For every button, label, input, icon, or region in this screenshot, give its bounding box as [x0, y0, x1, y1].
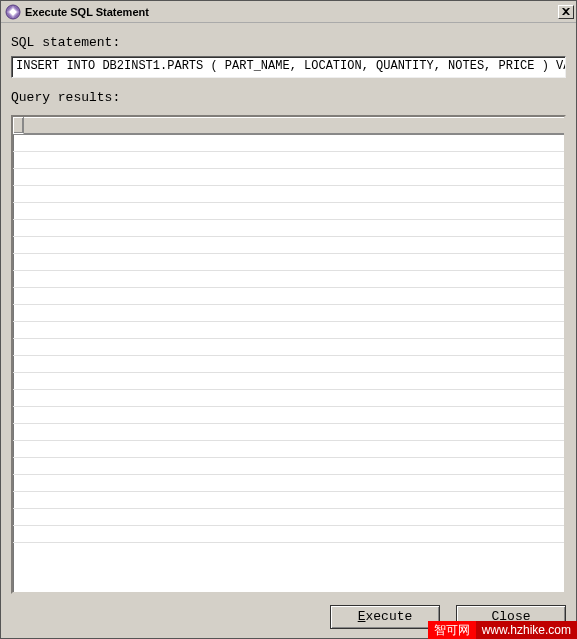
table-row — [13, 288, 564, 305]
table-row — [13, 271, 564, 288]
table-row — [13, 458, 564, 475]
execute-button-rest: xecute — [366, 609, 413, 624]
table-row — [13, 441, 564, 458]
table-row — [13, 407, 564, 424]
watermark-right: www.hzhike.com — [476, 621, 577, 639]
watermark-left: 智可网 — [428, 621, 476, 639]
table-row — [13, 203, 564, 220]
table-row — [13, 339, 564, 356]
table-row — [13, 237, 564, 254]
table-row — [13, 322, 564, 339]
grid-body — [13, 135, 564, 592]
table-row — [13, 254, 564, 271]
close-icon — [562, 8, 570, 15]
sql-statement-input[interactable]: INSERT INTO DB2INST1.PARTS ( PART_NAME, … — [11, 56, 566, 78]
query-results-grid[interactable] — [11, 115, 566, 594]
table-row — [13, 373, 564, 390]
table-row — [13, 220, 564, 237]
table-row — [13, 356, 564, 373]
watermark: 智可网 www.hzhike.com — [428, 621, 577, 639]
window-close-button[interactable] — [558, 5, 574, 19]
table-row — [13, 492, 564, 509]
table-row — [13, 135, 564, 152]
table-row — [13, 509, 564, 526]
table-row — [13, 390, 564, 407]
table-row — [13, 186, 564, 203]
dialog-body: SQL statement: INSERT INTO DB2INST1.PART… — [1, 23, 576, 598]
titlebar: Execute SQL Statement — [1, 1, 576, 23]
grid-header-blank — [24, 117, 564, 134]
table-row — [13, 152, 564, 169]
table-row — [13, 475, 564, 492]
table-row — [13, 305, 564, 322]
execute-button[interactable]: Execute — [330, 605, 440, 629]
table-row — [13, 169, 564, 186]
grid-header — [13, 117, 564, 135]
window-title: Execute SQL Statement — [25, 6, 558, 18]
sql-statement-label: SQL statement: — [11, 35, 566, 50]
dialog-window: Execute SQL Statement SQL statement: INS… — [0, 0, 577, 639]
app-icon — [5, 4, 21, 20]
table-row — [13, 526, 564, 543]
query-results-label: Query results: — [11, 90, 566, 105]
grid-corner — [13, 117, 24, 134]
table-row — [13, 424, 564, 441]
